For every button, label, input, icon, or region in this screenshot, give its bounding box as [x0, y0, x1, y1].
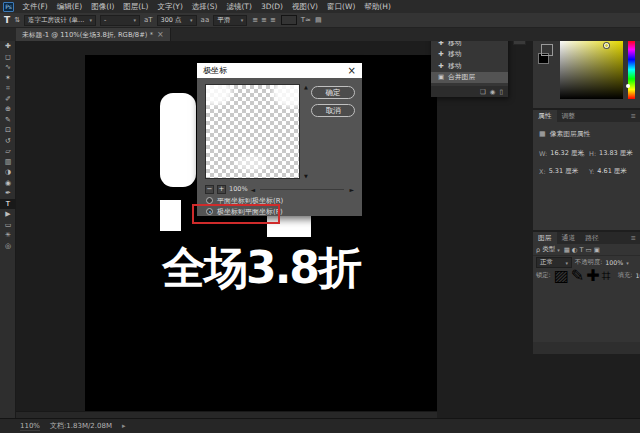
type-tool[interactable]: T: [0, 199, 16, 210]
document-tab[interactable]: 未标题-1 @ 110%(全场3.8折, RGB/8#) * ×: [16, 28, 171, 41]
ok-button[interactable]: 确定: [311, 86, 355, 99]
shape-tool[interactable]: ▭: [0, 220, 16, 231]
properties-tab[interactable]: 调整: [557, 110, 581, 122]
menu-item[interactable]: 图层(L): [119, 0, 153, 13]
panel-menu-icon[interactable]: ≡: [627, 232, 640, 244]
toggle-panels-icon[interactable]: ▤: [315, 16, 322, 24]
preview-scroll-track[interactable]: [260, 189, 344, 190]
horizontal-scrollbar[interactable]: [16, 411, 437, 418]
align-center-icon[interactable]: ≡: [260, 16, 268, 24]
menu-item[interactable]: 选择(S): [187, 0, 222, 13]
font-style-select[interactable]: - ▾: [100, 15, 140, 26]
eyedropper-tool[interactable]: ✐: [0, 94, 16, 105]
align-left-icon[interactable]: ≡: [251, 16, 259, 24]
layers-tab[interactable]: 通道: [557, 232, 581, 244]
lasso-tool[interactable]: ∿: [0, 62, 16, 73]
new-snapshot-icon[interactable]: ◉: [490, 88, 496, 96]
type-filter-icon[interactable]: T: [579, 246, 583, 254]
opacity-value[interactable]: 100%: [605, 259, 623, 266]
anti-alias-select[interactable]: 平滑 ▾: [213, 15, 247, 26]
history-brush-tool[interactable]: ↺: [0, 136, 16, 147]
cancel-button[interactable]: 取消: [311, 104, 355, 117]
hue-slider[interactable]: [628, 40, 635, 99]
adjustment-filter-icon[interactable]: ◐: [572, 246, 578, 254]
zoom-level-value[interactable]: 110%: [20, 422, 40, 431]
delete-state-icon[interactable]: ▯: [499, 88, 503, 96]
status-arrow-icon[interactable]: ▸: [122, 422, 126, 430]
gradient-tool[interactable]: ▥: [0, 157, 16, 168]
lock-artboard-icon[interactable]: ⌗: [602, 266, 611, 285]
healing-brush-tool[interactable]: ⊕: [0, 104, 16, 115]
layers-tab[interactable]: 图层: [533, 232, 557, 244]
scroll-right-icon[interactable]: ►: [349, 186, 354, 193]
marquee-tool[interactable]: ◻: [0, 52, 16, 63]
lock-transparency-icon[interactable]: ▨: [554, 266, 569, 285]
eraser-tool[interactable]: ▱: [0, 146, 16, 157]
clone-stamp-tool[interactable]: ⊡: [0, 125, 16, 136]
color-picker-indicator[interactable]: [604, 43, 609, 48]
smart-object-filter-icon[interactable]: ▣: [594, 246, 600, 254]
properties-header: 像素图层属性: [550, 129, 591, 139]
warp-text-icon[interactable]: T≈: [301, 16, 311, 24]
menu-item[interactable]: 文件(F): [18, 0, 52, 13]
filter-kind-label[interactable]: 类型: [542, 245, 555, 254]
radio-button-icon[interactable]: [206, 197, 213, 204]
link-dimensions-icon[interactable]: ∞: [580, 151, 585, 158]
magic-wand-tool[interactable]: ✶: [0, 73, 16, 84]
dimension-field[interactable]: Y:4.61 厘米: [589, 167, 639, 176]
font-size-select[interactable]: 300 点 ▾: [157, 15, 197, 26]
crop-tool[interactable]: ⌗: [0, 83, 16, 94]
properties-tab[interactable]: 属性: [533, 110, 557, 122]
hand-tool[interactable]: ✳: [0, 230, 16, 241]
fill-value[interactable]: 100%: [635, 272, 640, 279]
history-item[interactable]: ✚移动: [431, 49, 508, 61]
zoom-out-button[interactable]: −: [205, 185, 214, 194]
filter-search-icon[interactable]: ρ: [536, 246, 540, 254]
menu-item[interactable]: 文字(Y): [153, 0, 187, 13]
text-color-swatch[interactable]: [281, 15, 297, 25]
zoom-tool[interactable]: ◎: [0, 241, 16, 252]
zoom-in-button[interactable]: +: [217, 185, 226, 194]
scroll-down-icon[interactable]: ▼: [304, 173, 308, 179]
type-tool-icon[interactable]: T: [4, 15, 10, 25]
layers-tab[interactable]: 路径: [580, 232, 604, 244]
dimension-field[interactable]: X:5.31 厘米: [539, 167, 589, 176]
scroll-up-icon[interactable]: ▲: [304, 84, 308, 90]
font-family-select[interactable]: 造字工房设计 (单... ▾: [24, 15, 96, 26]
menu-item[interactable]: 编辑(E): [52, 0, 87, 13]
pen-tool[interactable]: ✒: [0, 188, 16, 199]
foreground-color-swatch[interactable]: [541, 44, 553, 56]
filter-preview[interactable]: [205, 84, 300, 179]
align-right-icon[interactable]: ≡: [269, 16, 277, 24]
brush-tool[interactable]: ✎: [0, 115, 16, 126]
scroll-left-icon[interactable]: ◄: [251, 186, 256, 193]
close-tab-icon[interactable]: ×: [157, 30, 164, 39]
blur-tool[interactable]: ◑: [0, 167, 16, 178]
close-icon[interactable]: ×: [348, 65, 356, 76]
foreground-background-swatches[interactable]: [537, 44, 557, 66]
menu-item[interactable]: 帮助(H): [360, 0, 396, 13]
hue-slider-indicator[interactable]: [626, 84, 630, 88]
menu-item[interactable]: 滤镜(T): [222, 0, 256, 13]
dodge-tool[interactable]: ◉: [0, 178, 16, 189]
panel-menu-icon[interactable]: ≡: [627, 110, 640, 122]
move-tool[interactable]: ✚: [0, 41, 16, 52]
history-item[interactable]: ✚移动: [431, 60, 508, 72]
dialog-title-bar[interactable]: 极坐标 ×: [197, 63, 362, 78]
new-doc-from-state-icon[interactable]: ❏: [480, 88, 486, 96]
menu-item[interactable]: 窗口(W): [323, 0, 360, 13]
lock-pixels-icon[interactable]: ✎: [571, 266, 584, 285]
pixel-filter-icon[interactable]: ▦: [564, 246, 570, 254]
history-item[interactable]: ▣合并图层: [431, 72, 508, 84]
preview-vertical-scrollbar[interactable]: ▲ ▼: [302, 84, 310, 179]
saturation-brightness-picker[interactable]: [560, 40, 623, 99]
menu-item[interactable]: 视图(V): [288, 0, 323, 13]
menu-item[interactable]: 3D(D): [256, 0, 287, 13]
shape-filter-icon[interactable]: ▭: [585, 246, 591, 254]
dimension-field[interactable]: H:13.83 厘米: [589, 149, 639, 158]
menu-item[interactable]: 图像(I): [87, 0, 119, 13]
path-select-tool[interactable]: ▶: [0, 209, 16, 220]
text-orientation-icon[interactable]: ⇅: [14, 16, 20, 24]
lock-position-icon[interactable]: ✚: [586, 266, 599, 285]
font-family-value: 造字工房设计 (单...: [28, 16, 84, 25]
